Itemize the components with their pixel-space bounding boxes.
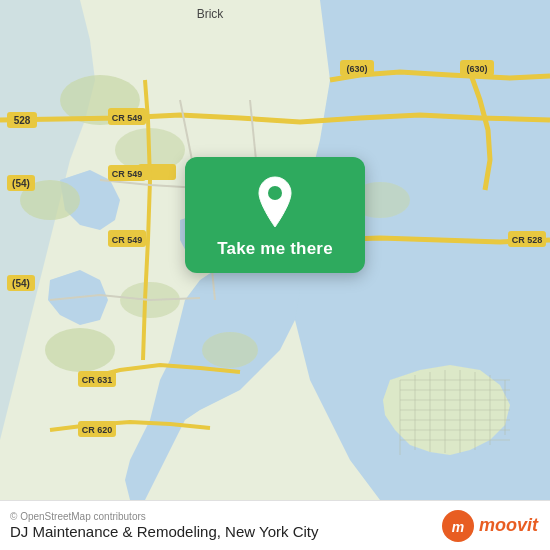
moovit-text: moovit [479,515,538,536]
svg-text:CR 549: CR 549 [112,113,143,123]
location-name: DJ Maintenance & Remodeling, New York Ci… [10,523,318,540]
svg-text:CR 549: CR 549 [112,235,143,245]
svg-point-21 [202,332,258,368]
map-container: 528 CR 549 CR 549 CR 549 (54) (54) (630)… [0,0,550,500]
svg-text:CR 631: CR 631 [82,375,113,385]
moovit-logo[interactable]: m moovit [442,510,538,542]
svg-text:528: 528 [14,115,31,126]
bottom-left: © OpenStreetMap contributors DJ Maintena… [10,511,318,540]
svg-text:CR 528: CR 528 [512,235,543,245]
svg-point-19 [45,328,115,372]
location-pin-icon [253,175,297,229]
take-me-there-button[interactable]: Take me there [185,157,365,273]
take-me-there-overlay: Take me there [185,157,365,273]
bottom-bar: © OpenStreetMap contributors DJ Maintena… [0,500,550,550]
svg-text:Brick: Brick [197,7,225,21]
svg-text:CR 620: CR 620 [82,425,113,435]
svg-text:(630): (630) [466,64,487,74]
svg-text:(54): (54) [12,278,30,289]
svg-text:(54): (54) [12,178,30,189]
svg-point-50 [268,186,282,200]
svg-text:m: m [452,519,464,535]
svg-text:CR 549: CR 549 [112,169,143,179]
take-me-there-label: Take me there [217,239,333,259]
svg-text:(630): (630) [346,64,367,74]
attribution-text: © OpenStreetMap contributors [10,511,318,522]
moovit-icon: m [442,510,474,542]
